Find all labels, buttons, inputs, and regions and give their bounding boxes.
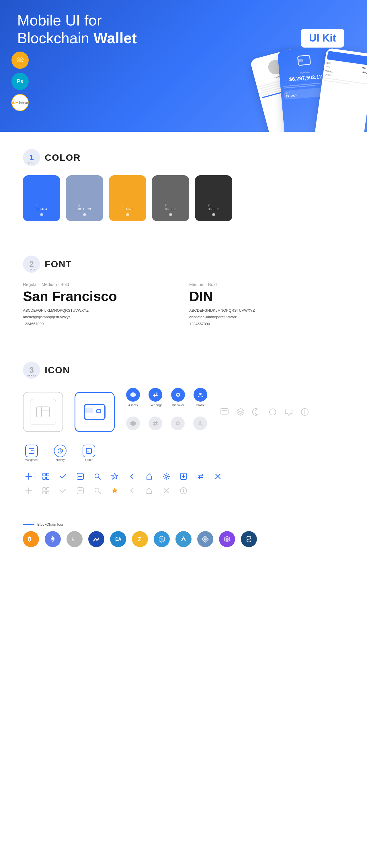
plus-icon-gray xyxy=(23,485,34,496)
icon-row-blue-circles: Assets Exchange xyxy=(126,388,207,407)
font-sf-style: Regular · Medium · Bold xyxy=(23,282,178,287)
coin-lisk xyxy=(175,531,192,547)
check-icon-blue xyxy=(57,471,69,482)
coins-row: ₿ Ł D A xyxy=(23,531,344,547)
blockchain-label-row: BlockChain Icon xyxy=(23,522,344,527)
color-section-title: COLOR xyxy=(45,152,81,163)
swatch-dark-label: #303030 xyxy=(208,204,219,211)
discover-icon xyxy=(171,388,185,402)
icon-row-gray-circles xyxy=(126,416,207,430)
star-icon-blue xyxy=(109,471,120,482)
font-din: Medium · Bold DIN ABCDEFGHIJKLMNOPQRSTUV… xyxy=(189,282,344,327)
screens-label: Screens xyxy=(18,101,30,104)
icon-profile-gray xyxy=(193,416,207,430)
swatch-grayblue: #8DA0C8 xyxy=(66,175,103,221)
discover-gray-icon xyxy=(171,416,185,430)
close-icon-gray xyxy=(161,485,172,496)
small-icons-blue xyxy=(23,471,344,496)
font-section-title: FONT xyxy=(45,259,72,270)
font-sf-name: San Francisco xyxy=(23,288,178,304)
grid-icon-blue xyxy=(40,471,52,482)
svg-point-13 xyxy=(199,393,202,395)
coin-nem xyxy=(197,531,213,547)
assets-label: Assets xyxy=(128,403,138,407)
svg-rect-38 xyxy=(43,477,45,479)
tool-badges: Ps 60+ Screens xyxy=(11,52,29,111)
info-icon-gray xyxy=(178,485,189,496)
icon-assets-gray xyxy=(126,416,140,430)
font-din-style: Medium · Bold xyxy=(189,282,344,287)
back-icon-blue xyxy=(126,471,138,482)
svg-point-17 xyxy=(199,422,201,424)
svg-rect-3 xyxy=(298,59,303,62)
font-sf-upper: ABCDEFGHIJKLMNOPQRSTUVWXYZ xyxy=(23,307,178,314)
info-icon xyxy=(299,406,311,418)
order-label: Order xyxy=(85,458,93,462)
assets-gray-icon xyxy=(126,416,140,430)
star-icon-orange xyxy=(109,485,120,496)
coin-bitcoin: ₿ xyxy=(23,531,39,547)
icon-exchange-gray xyxy=(148,416,162,430)
exchange-gray-icon xyxy=(148,416,162,430)
section-num-font: 2 TWO xyxy=(23,255,40,273)
coin-zcash: Z xyxy=(132,531,148,547)
history-label: History xyxy=(56,458,64,462)
assets-icon xyxy=(126,388,140,402)
icon-bottom-labeled: Mangment History Order xyxy=(23,444,344,462)
profile-label: Profile xyxy=(196,403,205,407)
svg-rect-9 xyxy=(96,409,101,413)
share-icon-blue xyxy=(143,471,155,482)
svg-point-45 xyxy=(165,475,167,477)
svg-marker-10 xyxy=(131,392,136,397)
svg-rect-5 xyxy=(36,407,41,417)
svg-text:A: A xyxy=(118,537,121,542)
coin-ethereum xyxy=(45,531,61,547)
share-icon-gray xyxy=(143,485,155,496)
small-icons-row2-gray xyxy=(23,485,344,496)
search-icon-gray xyxy=(92,485,103,496)
svg-point-12 xyxy=(177,394,179,396)
svg-rect-39 xyxy=(47,477,49,479)
small-icons-row1 xyxy=(23,471,344,482)
hero-title: Mobile UI for Blockchain Wallet xyxy=(17,11,166,47)
icon-blueprint-outer xyxy=(23,392,63,432)
icon-wallet-blue xyxy=(75,392,115,432)
icon-management: Mangment xyxy=(23,444,40,462)
svg-point-24 xyxy=(304,410,305,411)
font-sf-nums: 1234567890 xyxy=(23,320,178,327)
icon-assets: Assets xyxy=(126,388,140,407)
order-icon xyxy=(83,444,95,457)
phone-mockups: Profile myWallet $6,297,502.12 xyxy=(255,46,367,132)
sketch-badge xyxy=(11,52,29,69)
download-box-icon-blue xyxy=(178,471,189,482)
svg-rect-4 xyxy=(36,407,50,417)
svg-point-29 xyxy=(61,448,63,450)
icon-large-demos: Assets Exchange xyxy=(23,388,344,436)
circle-icon xyxy=(267,406,278,418)
screens-badge: 60+ Screens xyxy=(11,94,29,111)
svg-rect-55 xyxy=(47,491,49,494)
svg-marker-44 xyxy=(112,473,118,479)
svg-line-43 xyxy=(98,477,101,479)
chat-icon xyxy=(219,406,230,418)
exchange-label: Exchange xyxy=(148,403,163,407)
swatch-orange-label: #F5A623 xyxy=(121,204,134,211)
swatch-dark: #303030 xyxy=(195,175,232,221)
blockchain-label: BlockChain Icon xyxy=(37,522,64,527)
svg-rect-25 xyxy=(29,448,34,454)
svg-rect-36 xyxy=(43,473,45,476)
font-sf-lower: abcdefghijklmnopqrstuvwxyz xyxy=(23,314,178,320)
swatch-blue-label: #3574FA xyxy=(36,204,48,211)
moon-icon xyxy=(251,406,262,418)
icon-profile: Profile xyxy=(194,388,207,407)
svg-text:Ł: Ł xyxy=(72,536,76,542)
svg-point-65 xyxy=(183,489,184,490)
plus-icon-blue xyxy=(23,471,34,482)
history-icon xyxy=(54,444,66,457)
screens-count: 60+ xyxy=(10,100,18,105)
svg-text:₿: ₿ xyxy=(28,536,31,542)
blockchain-line xyxy=(23,524,34,525)
icon-discover: Discover xyxy=(171,388,185,407)
coin-matic xyxy=(219,531,235,547)
swatch-gray-label: #666666 xyxy=(165,204,176,211)
